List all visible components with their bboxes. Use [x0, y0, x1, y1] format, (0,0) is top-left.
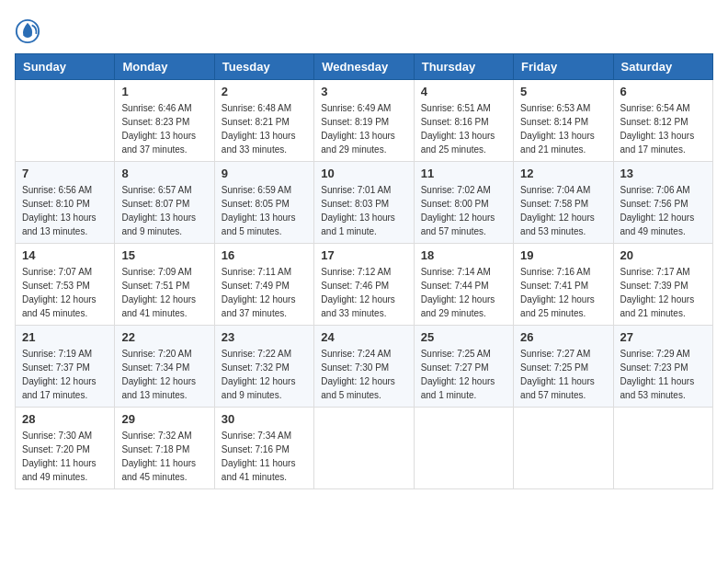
- day-info: Sunrise: 7:12 AM Sunset: 7:46 PM Dayligh…: [321, 265, 406, 320]
- day-info: Sunrise: 7:25 AM Sunset: 7:27 PM Dayligh…: [421, 347, 506, 402]
- day-number: 29: [121, 412, 207, 426]
- day-info: Sunrise: 7:20 AM Sunset: 7:34 PM Dayligh…: [121, 347, 207, 402]
- day-number: 24: [321, 330, 406, 344]
- day-number: 18: [421, 248, 506, 262]
- day-number: 8: [121, 167, 207, 180]
- calendar-week-row: 1Sunrise: 6:46 AM Sunset: 8:23 PM Daylig…: [16, 80, 713, 162]
- calendar-day-cell: 13Sunrise: 7:06 AM Sunset: 7:56 PM Dayli…: [613, 162, 712, 244]
- day-of-week-header: Thursday: [414, 54, 513, 80]
- calendar-day-cell: 1Sunrise: 6:46 AM Sunset: 8:23 PM Daylig…: [115, 80, 214, 162]
- calendar-day-cell: 7Sunrise: 6:56 AM Sunset: 8:10 PM Daylig…: [16, 162, 115, 244]
- calendar-day-cell: 18Sunrise: 7:14 AM Sunset: 7:44 PM Dayli…: [414, 244, 513, 326]
- day-of-week-header: Sunday: [16, 54, 115, 80]
- day-info: Sunrise: 6:56 AM Sunset: 8:10 PM Dayligh…: [22, 183, 108, 238]
- day-info: Sunrise: 6:49 AM Sunset: 8:19 PM Dayligh…: [321, 101, 406, 156]
- day-number: 10: [321, 167, 406, 180]
- day-info: Sunrise: 7:04 AM Sunset: 7:58 PM Dayligh…: [520, 183, 606, 238]
- calendar-day-cell: [16, 80, 115, 162]
- day-number: 11: [421, 167, 506, 180]
- day-number: 20: [620, 248, 706, 262]
- day-number: 6: [620, 85, 706, 98]
- day-number: 21: [22, 330, 108, 344]
- day-number: 5: [520, 85, 606, 98]
- calendar-day-cell: [514, 408, 613, 489]
- day-number: 19: [520, 248, 606, 262]
- day-info: Sunrise: 7:29 AM Sunset: 7:23 PM Dayligh…: [620, 347, 706, 402]
- day-info: Sunrise: 7:07 AM Sunset: 7:53 PM Dayligh…: [22, 265, 108, 320]
- day-number: 1: [121, 85, 207, 98]
- day-number: 7: [22, 167, 108, 180]
- calendar-day-cell: 2Sunrise: 6:48 AM Sunset: 8:21 PM Daylig…: [214, 80, 313, 162]
- page-header: [15, 15, 713, 44]
- day-of-week-header: Monday: [115, 54, 214, 80]
- calendar-day-cell: 17Sunrise: 7:12 AM Sunset: 7:46 PM Dayli…: [314, 244, 414, 326]
- day-info: Sunrise: 6:46 AM Sunset: 8:23 PM Dayligh…: [121, 101, 207, 156]
- day-of-week-header: Tuesday: [214, 54, 313, 80]
- day-info: Sunrise: 7:14 AM Sunset: 7:44 PM Dayligh…: [421, 265, 506, 320]
- day-info: Sunrise: 7:11 AM Sunset: 7:49 PM Dayligh…: [222, 265, 307, 320]
- calendar-day-cell: 19Sunrise: 7:16 AM Sunset: 7:41 PM Dayli…: [514, 244, 613, 326]
- calendar-day-cell: 24Sunrise: 7:24 AM Sunset: 7:30 PM Dayli…: [314, 326, 414, 408]
- day-number: 16: [222, 248, 307, 262]
- day-info: Sunrise: 7:09 AM Sunset: 7:51 PM Dayligh…: [121, 265, 207, 320]
- calendar-day-cell: [314, 408, 414, 489]
- day-info: Sunrise: 7:34 AM Sunset: 7:16 PM Dayligh…: [222, 429, 307, 484]
- day-number: 15: [121, 248, 207, 262]
- calendar-day-cell: [414, 408, 513, 489]
- calendar-day-cell: 27Sunrise: 7:29 AM Sunset: 7:23 PM Dayli…: [613, 326, 712, 408]
- day-info: Sunrise: 7:01 AM Sunset: 8:03 PM Dayligh…: [321, 183, 406, 238]
- calendar-day-cell: 12Sunrise: 7:04 AM Sunset: 7:58 PM Dayli…: [514, 162, 613, 244]
- day-info: Sunrise: 6:54 AM Sunset: 8:12 PM Dayligh…: [620, 101, 706, 156]
- calendar-week-row: 7Sunrise: 6:56 AM Sunset: 8:10 PM Daylig…: [16, 162, 713, 244]
- calendar-day-cell: 21Sunrise: 7:19 AM Sunset: 7:37 PM Dayli…: [16, 326, 115, 408]
- calendar-day-cell: 15Sunrise: 7:09 AM Sunset: 7:51 PM Dayli…: [115, 244, 214, 326]
- day-info: Sunrise: 6:57 AM Sunset: 8:07 PM Dayligh…: [121, 183, 207, 238]
- calendar-day-cell: 10Sunrise: 7:01 AM Sunset: 8:03 PM Dayli…: [314, 162, 414, 244]
- day-of-week-header: Wednesday: [314, 54, 414, 80]
- calendar-day-cell: 28Sunrise: 7:30 AM Sunset: 7:20 PM Dayli…: [16, 408, 115, 489]
- calendar-day-cell: 16Sunrise: 7:11 AM Sunset: 7:49 PM Dayli…: [214, 244, 313, 326]
- day-number: 27: [620, 330, 706, 344]
- calendar-day-cell: 20Sunrise: 7:17 AM Sunset: 7:39 PM Dayli…: [613, 244, 712, 326]
- logo: [15, 18, 44, 44]
- calendar-day-cell: [613, 408, 712, 489]
- calendar-day-cell: 29Sunrise: 7:32 AM Sunset: 7:18 PM Dayli…: [115, 408, 214, 489]
- calendar-day-cell: 14Sunrise: 7:07 AM Sunset: 7:53 PM Dayli…: [16, 244, 115, 326]
- day-info: Sunrise: 7:24 AM Sunset: 7:30 PM Dayligh…: [321, 347, 406, 402]
- day-info: Sunrise: 6:51 AM Sunset: 8:16 PM Dayligh…: [421, 101, 506, 156]
- day-number: 13: [620, 167, 706, 180]
- day-info: Sunrise: 7:17 AM Sunset: 7:39 PM Dayligh…: [620, 265, 706, 320]
- day-number: 2: [222, 85, 307, 98]
- calendar-header-row: SundayMondayTuesdayWednesdayThursdayFrid…: [16, 54, 713, 80]
- day-number: 9: [222, 167, 307, 180]
- day-info: Sunrise: 7:02 AM Sunset: 8:00 PM Dayligh…: [421, 183, 506, 238]
- calendar-day-cell: 5Sunrise: 6:53 AM Sunset: 8:14 PM Daylig…: [514, 80, 613, 162]
- calendar-day-cell: 3Sunrise: 6:49 AM Sunset: 8:19 PM Daylig…: [314, 80, 414, 162]
- calendar-day-cell: 26Sunrise: 7:27 AM Sunset: 7:25 PM Dayli…: [514, 326, 613, 408]
- day-number: 30: [222, 412, 307, 426]
- day-number: 23: [222, 330, 307, 344]
- day-number: 3: [321, 85, 406, 98]
- calendar-day-cell: 23Sunrise: 7:22 AM Sunset: 7:32 PM Dayli…: [214, 326, 313, 408]
- day-info: Sunrise: 7:06 AM Sunset: 7:56 PM Dayligh…: [620, 183, 706, 238]
- calendar-week-row: 14Sunrise: 7:07 AM Sunset: 7:53 PM Dayli…: [16, 244, 713, 326]
- calendar-day-cell: 30Sunrise: 7:34 AM Sunset: 7:16 PM Dayli…: [214, 408, 313, 489]
- day-info: Sunrise: 7:19 AM Sunset: 7:37 PM Dayligh…: [22, 347, 108, 402]
- calendar-day-cell: 9Sunrise: 6:59 AM Sunset: 8:05 PM Daylig…: [214, 162, 313, 244]
- calendar-table: SundayMondayTuesdayWednesdayThursdayFrid…: [15, 53, 713, 489]
- day-number: 14: [22, 248, 108, 262]
- day-number: 26: [520, 330, 606, 344]
- calendar-day-cell: 4Sunrise: 6:51 AM Sunset: 8:16 PM Daylig…: [414, 80, 513, 162]
- logo-icon: [15, 18, 40, 44]
- day-number: 4: [421, 85, 506, 98]
- calendar-week-row: 21Sunrise: 7:19 AM Sunset: 7:37 PM Dayli…: [16, 326, 713, 408]
- calendar-day-cell: 25Sunrise: 7:25 AM Sunset: 7:27 PM Dayli…: [414, 326, 513, 408]
- day-number: 17: [321, 248, 406, 262]
- day-info: Sunrise: 6:59 AM Sunset: 8:05 PM Dayligh…: [222, 183, 307, 238]
- day-info: Sunrise: 6:48 AM Sunset: 8:21 PM Dayligh…: [222, 101, 307, 156]
- calendar-day-cell: 11Sunrise: 7:02 AM Sunset: 8:00 PM Dayli…: [414, 162, 513, 244]
- calendar-day-cell: 22Sunrise: 7:20 AM Sunset: 7:34 PM Dayli…: [115, 326, 214, 408]
- day-info: Sunrise: 7:16 AM Sunset: 7:41 PM Dayligh…: [520, 265, 606, 320]
- calendar-day-cell: 6Sunrise: 6:54 AM Sunset: 8:12 PM Daylig…: [613, 80, 712, 162]
- day-of-week-header: Friday: [514, 54, 613, 80]
